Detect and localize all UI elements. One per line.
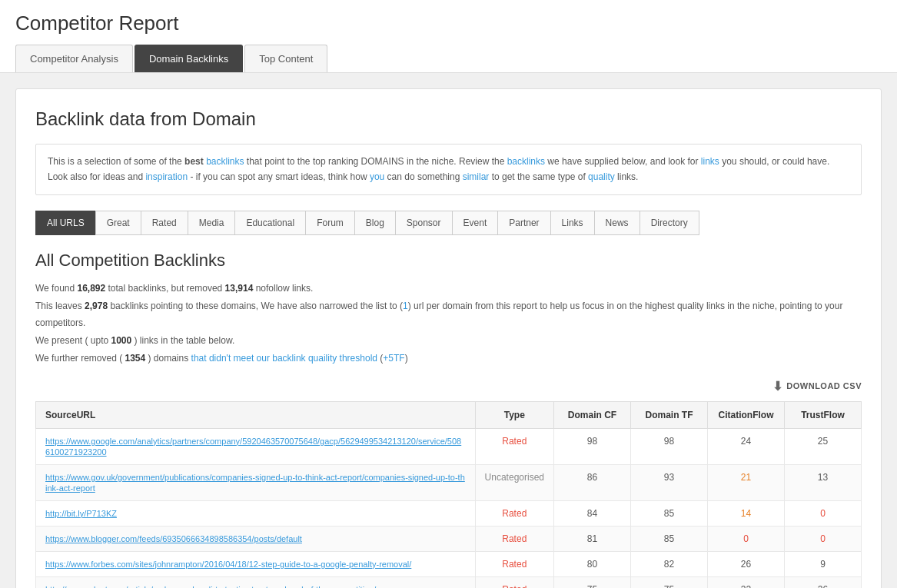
table-row: https://www.blogger.com/feeds/6935066634… <box>36 526 862 551</box>
cell-trust-flow: 0 <box>785 526 862 551</box>
download-csv-button[interactable]: ⬇ DOWNLOAD CSV <box>772 379 862 394</box>
cell-url: http://bit.ly/P713KZ <box>36 500 476 526</box>
cell-type: Rated <box>475 500 553 526</box>
filter-tab-educational[interactable]: Educational <box>234 211 306 235</box>
filter-tabs-bar: All URLS Great Rated Media Educational F… <box>35 211 862 235</box>
cell-url: https://www.blogger.com/feeds/6935066634… <box>36 526 476 551</box>
url-link[interactable]: https://www.forbes.com/sites/johnrampton… <box>45 560 411 569</box>
cell-trust-flow: 9 <box>785 551 862 576</box>
table-row: https://www.forbes.com/sites/johnrampton… <box>36 551 862 576</box>
download-area: ⬇ DOWNLOAD CSV <box>35 379 862 394</box>
cell-citation-flow: 14 <box>708 500 785 526</box>
cell-domain-tf: 82 <box>631 551 708 576</box>
filter-tab-forum[interactable]: Forum <box>305 211 355 235</box>
main-card: Backlink data from Domain This is a sele… <box>15 88 882 588</box>
page-header: Competitor Report Competitor Analysis Do… <box>0 0 897 73</box>
cell-domain-cf: 86 <box>554 464 631 500</box>
info-box: This is a selection of some of the best … <box>35 144 862 195</box>
cell-citation-flow: 21 <box>708 464 785 500</box>
cell-type: Rated <box>475 576 553 588</box>
info-line1: This is a selection of some of the best … <box>48 154 849 169</box>
url-link[interactable]: http://www.zdnet.com/article/smbs-employ… <box>45 585 376 588</box>
cell-trust-flow: 0 <box>785 500 862 526</box>
cell-trust-flow: 25 <box>785 428 862 464</box>
tab-top-content[interactable]: Top Content <box>244 45 327 72</box>
col-header-source: SourceURL <box>36 401 476 428</box>
col-header-trust-flow: TrustFlow <box>785 401 862 428</box>
filter-tab-sponsor[interactable]: Sponsor <box>395 211 453 235</box>
cell-trust-flow: 26 <box>785 576 862 588</box>
download-icon: ⬇ <box>772 379 783 394</box>
url-link[interactable]: https://www.blogger.com/feeds/6935066634… <box>45 534 302 543</box>
section-title: Backlink data from Domain <box>35 108 862 130</box>
col-header-citation-flow: CitationFlow <box>708 401 785 428</box>
filter-tab-directory[interactable]: Directory <box>640 211 699 235</box>
main-content: Backlink data from Domain This is a sele… <box>0 73 897 588</box>
cell-domain-tf: 93 <box>631 464 708 500</box>
url-link[interactable]: https://www.google.com/analytics/partner… <box>45 437 461 457</box>
cell-domain-cf: 75 <box>554 576 631 588</box>
filter-tab-all-urls[interactable]: All URLS <box>35 211 96 235</box>
filter-tab-links[interactable]: Links <box>550 211 595 235</box>
cell-domain-cf: 84 <box>554 500 631 526</box>
info-line2: Look also for ideas and inspiration - if… <box>48 169 849 184</box>
cell-citation-flow: 26 <box>708 551 785 576</box>
cell-type: Rated <box>475 526 553 551</box>
url-link[interactable]: https://www.gov.uk/government/publicatio… <box>45 473 465 493</box>
cell-citation-flow: 32 <box>708 576 785 588</box>
cell-url: http://www.zdnet.com/article/smbs-employ… <box>36 576 476 588</box>
filter-tab-great[interactable]: Great <box>95 211 141 235</box>
cell-domain-tf: 75 <box>631 576 708 588</box>
stats-block: We found 16,892 total backlinks, but rem… <box>35 280 862 367</box>
col-header-domain-tf: Domain TF <box>631 401 708 428</box>
tab-domain-backlinks[interactable]: Domain Backlinks <box>135 45 243 72</box>
filter-tab-media[interactable]: Media <box>188 211 236 235</box>
cell-type: Rated <box>475 428 553 464</box>
cell-domain-cf: 98 <box>554 428 631 464</box>
cell-url: https://www.forbes.com/sites/johnrampton… <box>36 551 476 576</box>
tabs-bar: Competitor Analysis Domain Backlinks Top… <box>15 45 882 72</box>
table-row: https://www.gov.uk/government/publicatio… <box>36 464 862 500</box>
cell-citation-flow: 0 <box>708 526 785 551</box>
cell-url: https://www.google.com/analytics/partner… <box>36 428 476 464</box>
page-title: Competitor Report <box>15 12 882 35</box>
cell-domain-cf: 81 <box>554 526 631 551</box>
filter-tab-blog[interactable]: Blog <box>354 211 396 235</box>
filter-tab-news[interactable]: News <box>594 211 640 235</box>
filter-tab-partner[interactable]: Partner <box>497 211 550 235</box>
col-header-type: Type <box>475 401 553 428</box>
tab-competitor-analysis[interactable]: Competitor Analysis <box>15 45 133 72</box>
table-header-row: SourceURL Type Domain CF Domain TF Citat… <box>36 401 862 428</box>
url-link[interactable]: http://bit.ly/P713KZ <box>45 509 117 518</box>
filter-tab-event[interactable]: Event <box>452 211 499 235</box>
cell-trust-flow: 13 <box>785 464 862 500</box>
table-row: http://bit.ly/P713KZ Rated 84 85 14 0 <box>36 500 862 526</box>
filter-tab-rated[interactable]: Rated <box>141 211 188 235</box>
cell-domain-cf: 80 <box>554 551 631 576</box>
backlinks-table: SourceURL Type Domain CF Domain TF Citat… <box>35 401 862 588</box>
table-row: http://www.zdnet.com/article/smbs-employ… <box>36 576 862 588</box>
cell-domain-tf: 85 <box>631 526 708 551</box>
download-label: DOWNLOAD CSV <box>786 381 862 390</box>
cell-domain-tf: 98 <box>631 428 708 464</box>
col-header-domain-cf: Domain CF <box>554 401 631 428</box>
cell-citation-flow: 24 <box>708 428 785 464</box>
cell-type: Rated <box>475 551 553 576</box>
cell-domain-tf: 85 <box>631 500 708 526</box>
table-row: https://www.google.com/analytics/partner… <box>36 428 862 464</box>
cell-type: Uncategorised <box>475 464 553 500</box>
backlinks-subtitle: All Competition Backlinks <box>35 251 862 271</box>
cell-url: https://www.gov.uk/government/publicatio… <box>36 464 476 500</box>
